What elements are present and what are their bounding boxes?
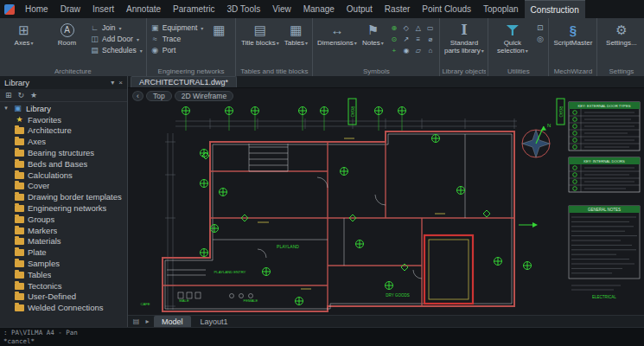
document-tab-architectural1[interactable]: ARCHITECTURAL1.dwg* [131,76,237,87]
model-tab[interactable]: Model [154,316,191,327]
ribbon-tab-view[interactable]: View [266,0,297,18]
symbol-target-icon[interactable]: ⊙ [388,34,399,44]
ribbon-tab-point-clouds[interactable]: Point Clouds [416,0,477,18]
sheet-list-icon[interactable]: ▤ [131,317,141,325]
view-orientation-button[interactable]: Top [146,91,172,101]
library-panel-title: Library [4,78,29,87]
tree-item-engineering-networks[interactable]: Engineering networks [0,202,127,214]
quick-selection-button[interactable]: Quick selection▾ [492,21,532,55]
tree-item-calculations[interactable]: Calculations [0,170,127,181]
visual-style-button[interactable]: 2D Wireframe [175,91,233,101]
group-label-architecture: Architecture [2,67,144,75]
settings-button[interactable]: ⚙ Settings... [601,21,641,48]
network-library-button[interactable]: ▦ [206,21,232,40]
room-button[interactable]: A Room [47,21,87,48]
ribbon-tab-raster[interactable]: Raster [379,0,416,18]
floor-plan-walls [163,131,514,311]
symbol-diamond-icon[interactable]: ◇ [400,22,411,33]
join-icon: ∟ [90,23,99,32]
road-tag-label: ROAD [558,106,563,118]
axes-button[interactable]: ⊞ Axes▾ [3,21,44,48]
refresh-icon[interactable]: ↻ [18,91,25,99]
drawing-canvas[interactable]: ROAD ROAD N KEY: EXTERNAL DOOR TYPES [128,88,644,315]
port-button[interactable]: ◉Port [150,46,204,54]
favorites-icon[interactable]: ★ [30,91,37,99]
symbol-rect-icon[interactable]: ▭ [424,22,436,33]
command-history-line: *cancel* [3,337,641,346]
command-line-panel[interactable]: : PA\VILMA A4 - Pan *cancel* *cancel* [0,327,644,346]
electrical-block: ELECTRICAL [571,285,621,299]
tree-item-plate[interactable]: Plate [0,247,127,258]
dimensions-button[interactable]: ↔ Dimensions▾ [316,21,357,48]
tree-item-bearing-structures[interactable]: Bearing structures [0,147,127,158]
library-panel-header[interactable]: Library ▾ × [0,76,127,89]
tree-item-axes[interactable]: Axes [0,136,127,147]
axes-grid-icon: ⊞ [18,22,29,39]
expand-caret-icon[interactable]: ▾ [3,105,10,112]
tree-item-architecture[interactable]: Architecture [0,125,127,137]
tree-item-tables[interactable]: Tables [0,269,127,280]
close-icon[interactable]: × [118,79,123,86]
select-similar-button[interactable]: ⊡ [535,23,545,32]
ribbon-tab-construction[interactable]: Construction [525,0,585,18]
ribbon-tab-output[interactable]: Output [341,0,379,18]
symbol-diameter-icon[interactable]: ⌀ [424,34,436,44]
standard-parts-label: Standard parts library [444,39,481,54]
tree-item-markers[interactable]: Markers [0,225,127,236]
scriptmaster-button[interactable]: § ScriptMaster [552,21,593,48]
tree-item-tectonics[interactable]: Tectonics [0,280,127,292]
tables-button[interactable]: ▦ Tables▾ [283,21,309,48]
tree-item-library[interactable]: ▾▣Library [0,103,127,114]
ribbon-tab-3d-tools[interactable]: 3D Tools [220,0,266,18]
folder-icon [15,227,24,234]
ribbon-group-settings: ⚙ Settings... Settings [597,18,644,76]
tree-item-groups[interactable]: Groups [0,214,127,225]
equipment-button[interactable]: ▣Equipment▾ [150,23,204,32]
symbol-plus-icon[interactable]: + [388,45,399,55]
symbol-triangle-icon[interactable]: △ [412,22,424,33]
ribbon-tab-parametric[interactable]: Parametric [167,0,220,18]
schedules-button[interactable]: ▤Schedules▾ [90,46,143,54]
tree-item-favorites[interactable]: ★Favorites [0,114,127,125]
ribbon-tab-annotate[interactable]: Annotate [120,0,167,18]
ribbon-tab-home[interactable]: Home [19,0,54,18]
viewcube-back-button[interactable]: ‹ [132,91,143,101]
standard-parts-library-button[interactable]: I Standard parts library▾ [443,21,484,55]
tree-item-beds-and-bases[interactable]: Beds and Bases [0,158,127,170]
symbol-bullseye-icon[interactable]: ◉ [400,45,411,55]
sheet-nav-icon[interactable]: ▸ [143,317,152,325]
layout1-tab[interactable]: Layout1 [193,316,236,327]
notes-button[interactable]: ⚑ Notes▾ [360,21,386,48]
symbol-marker-icon[interactable]: ⊕ [388,22,399,33]
tree-item-welded-connections[interactable]: Welded Connections [0,302,127,313]
join-button[interactable]: ∟Join▾ [90,23,143,32]
trace-button[interactable]: ≈Trace [150,35,204,43]
expand-all-icon[interactable]: ⊞ [5,91,12,99]
tree-item-cover[interactable]: Cover [0,181,127,192]
symbol-home-icon[interactable]: ⌂ [424,45,436,55]
ribbon-group-architecture: ⊞ Axes▾ A Room ∟Join▾ ◫Add Door▾ ▤Schedu… [0,18,147,76]
ribbon-tab-topoplan[interactable]: Topoplan [477,0,525,18]
title-blocks-button[interactable]: ▤ Title blocks▾ [239,21,280,48]
app-logo-icon[interactable] [0,0,19,18]
ribbon-tab-manage[interactable]: Manage [297,0,341,18]
tree-item-samples[interactable]: Samples [0,258,127,269]
panel-menu-icon[interactable]: ▾ [111,79,114,86]
symbol-lines-icon[interactable]: ≡ [412,34,424,44]
tree-item-label: Groups [28,215,54,224]
group-label-library-objects: Library objects [442,67,486,75]
tree-item-label: Markers [28,226,57,235]
isolate-icon: ◎ [535,35,545,43]
ribbon-tab-draw[interactable]: Draw [54,0,86,18]
tree-item-drawing-border-templates[interactable]: Drawing border templates [0,191,127,202]
tree-item-materials[interactable]: Materials [0,236,127,247]
symbol-parallelogram-icon[interactable]: ▱ [412,45,424,55]
ribbon-tab-insert[interactable]: Insert [86,0,120,18]
symbol-leader-icon[interactable]: ↗ [400,34,411,44]
tree-item-user-defined[interactable]: User-Defined [0,292,127,303]
add-door-button[interactable]: ◫Add Door▾ [90,35,143,43]
ribbon-group-utilities: Quick selection▾ ⊡ ◎ Utilities [488,18,549,76]
tree-item-label: Axes [28,137,46,146]
settings-label: Settings... [606,39,637,47]
isolate-button[interactable]: ◎ [535,35,545,43]
